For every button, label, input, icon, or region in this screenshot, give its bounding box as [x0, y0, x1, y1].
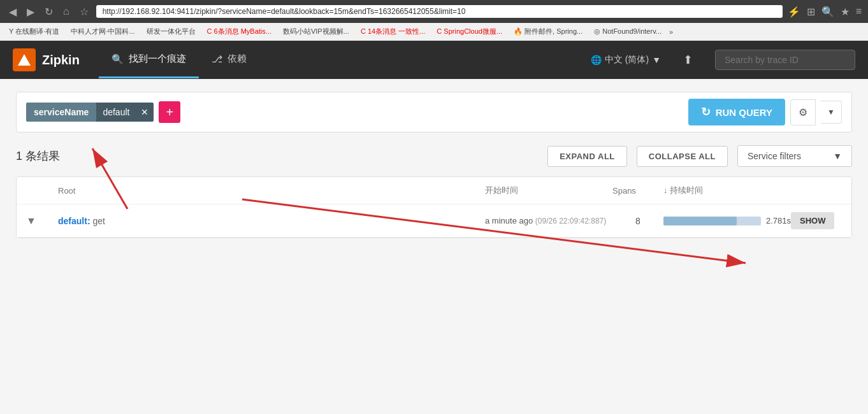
header-root: Root	[58, 185, 485, 196]
filter-chip: serviceName default ✕	[26, 103, 154, 122]
row-time: a minute ago (09/26 22:09:42:887)	[485, 216, 612, 225]
star-button[interactable]: ☆	[77, 4, 91, 19]
bookmark-springcloud[interactable]: C SpringCloud微服...	[433, 25, 506, 38]
header-duration[interactable]: ↓ 持续时间	[663, 185, 791, 196]
row-spans: 8	[612, 216, 663, 226]
header-action	[791, 185, 842, 196]
bookmark-video[interactable]: 数码小站VIP视频解...	[279, 25, 353, 38]
app-header: Zipkin 🔍 找到一个痕迹 ⎇ 依赖 🌐 中文 (简体) ▼ ⬆	[0, 41, 868, 79]
row-service-name: default:	[58, 216, 90, 226]
row-time-detail: (09/26 22:09:42:887)	[535, 217, 606, 225]
query-caret-button[interactable]: ▼	[821, 101, 842, 124]
table-header: Root 开始时间 Spans ↓ 持续时间	[17, 177, 851, 204]
app-logo: Zipkin	[13, 48, 80, 71]
tab-find-label: 找到一个痕迹	[129, 53, 186, 65]
gear-icon: ⚙	[799, 107, 807, 118]
bookmark-more[interactable]: »	[669, 28, 673, 36]
tab-find-trace[interactable]: 🔍 找到一个痕迹	[99, 41, 199, 78]
duration-text: 2.781s	[766, 216, 791, 225]
service-filters-label: Service filters	[748, 151, 801, 161]
refresh-button[interactable]: ↻	[42, 4, 55, 19]
filter-bar: serviceName default ✕ + ↻ RUN QUERY ⚙ ▼	[16, 92, 852, 132]
browser-icons: ⚡ ⊞ 🔍 ★ ≡	[788, 6, 862, 18]
extensions-icon[interactable]: ⚡	[788, 6, 800, 18]
bookmark-zhongke[interactable]: 中科人才网·中国科...	[67, 25, 138, 38]
bookmark-mail[interactable]: 🔥 附件邮件, Spring...	[510, 25, 586, 38]
bookmark-consistency[interactable]: C 14条消息 一致性...	[357, 25, 429, 38]
results-header: 1 条结果 EXPAND ALL COLLAPSE ALL Service fi…	[16, 145, 852, 167]
lang-selector[interactable]: 🌐 中文 (简体) ▼	[591, 54, 661, 66]
main-content: serviceName default ✕ + ↻ RUN QUERY ⚙ ▼ …	[0, 79, 868, 334]
logo-icon	[13, 48, 36, 71]
browser-chrome: ◀ ▶ ↻ ⌂ ☆ http://192.168.92.104:9411/zip…	[0, 0, 868, 23]
deps-icon: ⎇	[212, 54, 222, 65]
bookmark-github[interactable]: ◎ NotFound9/interv...	[590, 26, 665, 37]
run-query-button[interactable]: ↻ RUN QUERY	[688, 99, 785, 125]
refresh-icon: ↻	[701, 105, 711, 119]
bookmark-youdao[interactable]: Y 在线翻译·有道	[5, 25, 63, 38]
apps-icon[interactable]: ⊞	[807, 6, 815, 18]
row-chevron[interactable]: ▼	[26, 215, 58, 227]
service-filters-caret-icon: ▼	[833, 151, 842, 161]
bookmark-mybatis[interactable]: C 6条消息 MyBatis...	[203, 25, 275, 38]
settings-button[interactable]: ⚙	[790, 99, 816, 125]
bookmarks-bar: Y 在线翻译·有道 中科人才网·中国科... 研发一体化平台 C 6条消息 My…	[0, 23, 868, 41]
translate-icon: 🌐	[591, 55, 602, 65]
search-icon: 🔍	[112, 54, 124, 65]
collapse-all-button[interactable]: COLLAPSE ALL	[637, 146, 728, 167]
results-table: Root 开始时间 Spans ↓ 持续时间 ▼ default: get a …	[16, 176, 852, 238]
chevron-down-icon: ▼	[26, 215, 36, 227]
row-method: get	[92, 216, 105, 226]
nav-tabs: 🔍 找到一个痕迹 ⎇ 依赖	[99, 41, 259, 78]
upload-button[interactable]: ⬆	[683, 53, 693, 67]
filter-chip-key: serviceName	[26, 103, 96, 122]
row-time-ago: a minute ago	[485, 216, 533, 225]
lang-label: 中文 (简体)	[605, 54, 649, 66]
run-query-label: RUN QUERY	[716, 107, 772, 118]
star-icon[interactable]: ★	[841, 6, 850, 18]
url-bar[interactable]: http://192.168.92.104:9411/zipkin/?servi…	[96, 5, 783, 18]
forward-button[interactable]: ▶	[24, 4, 37, 19]
service-filters-dropdown[interactable]: Service filters ▼	[737, 145, 852, 167]
tab-deps[interactable]: ⎇ 依赖	[199, 41, 259, 78]
menu-icon[interactable]: ≡	[856, 6, 862, 18]
logo-triangle	[18, 54, 31, 66]
duration-bar-container	[663, 217, 761, 225]
expand-all-button[interactable]: EXPAND ALL	[547, 146, 627, 167]
filter-chip-close-button[interactable]: ✕	[136, 103, 154, 122]
home-button[interactable]: ⌂	[61, 4, 72, 18]
header-spans: Spans	[612, 185, 663, 196]
filter-chip-value: default	[96, 103, 136, 122]
header-start-time: 开始时间	[485, 185, 612, 196]
zoom-icon[interactable]: 🔍	[821, 6, 834, 18]
trace-search-input[interactable]	[715, 50, 855, 70]
lang-caret-icon: ▼	[652, 55, 661, 65]
row-service: default: get	[58, 216, 485, 226]
bookmark-devops[interactable]: 研发一体化平台	[143, 25, 199, 38]
row-show: SHOW	[791, 212, 842, 229]
tab-deps-label: 依赖	[228, 53, 247, 65]
app-title: Zipkin	[42, 53, 80, 68]
results-count: 1 条结果	[16, 148, 60, 164]
back-button[interactable]: ◀	[6, 4, 19, 19]
row-duration: 2.781s	[663, 216, 791, 225]
add-filter-button[interactable]: +	[159, 101, 180, 123]
header-empty	[26, 185, 58, 196]
show-button[interactable]: SHOW	[791, 212, 834, 229]
table-row: ▼ default: get a minute ago (09/26 22:09…	[17, 204, 851, 238]
duration-bar	[663, 217, 737, 225]
